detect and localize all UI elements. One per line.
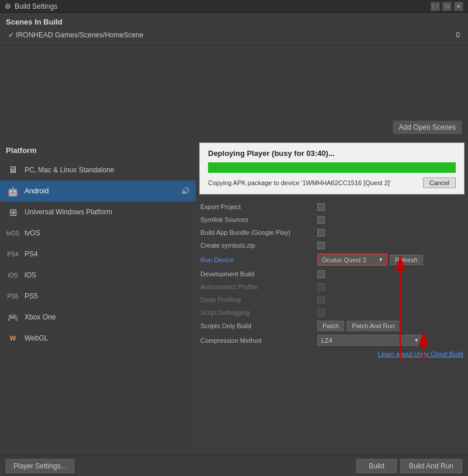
settings-rows: Export Project Symlink Sources Build App…: [196, 198, 468, 363]
script-debugging-label: Script Debugging: [200, 309, 317, 316]
webgl-icon: W: [6, 331, 20, 345]
uwp-icon: ⊞: [6, 205, 20, 219]
scripts-only-build-row: Scripts Only Build Patch Patch And Run: [200, 319, 463, 333]
run-device-control: Oculus Quest 2 ▾ Refresh: [317, 253, 463, 266]
add-open-scenes-button[interactable]: Add Open Scenes: [393, 120, 462, 134]
maximize-button[interactable]: □: [442, 2, 452, 11]
scripts-only-build-control: Patch Patch And Run: [317, 321, 463, 331]
title-bar-controls: ⋮⋮ □ ✕: [431, 2, 463, 11]
export-project-label: Export Project: [200, 203, 317, 210]
build-app-bundle-label: Build App Bundle (Google Play): [200, 229, 317, 236]
learn-link[interactable]: Learn about Unity Cloud Build: [378, 348, 463, 360]
deep-profiling-label: Deep Profiling: [200, 296, 317, 303]
sidebar-item-ps4[interactable]: PS4 PS4: [0, 244, 196, 265]
development-build-row: Development Build: [200, 267, 463, 280]
sidebar-item-tvos[interactable]: tvOS tvOS: [0, 223, 196, 244]
tvos-label: tvOS: [25, 229, 190, 237]
export-project-checkbox[interactable]: [317, 203, 325, 211]
run-device-row: Run Device Oculus Quest 2 ▾ Refresh: [200, 252, 463, 267]
autoconnect-profiler-control: [317, 283, 463, 291]
scripts-only-build-label: Scripts Only Build: [200, 322, 317, 329]
platform-sidebar: Platform 🖥 PC, Mac & Linux Standalone 🤖 …: [0, 139, 196, 459]
compression-method-control: LZ4 ▾: [317, 335, 463, 346]
sidebar-item-xbox[interactable]: 🎮 Xbox One: [0, 307, 196, 328]
xbox-label: Xbox One: [25, 313, 190, 321]
create-symbols-checkbox[interactable]: [317, 242, 325, 249]
create-symbols-control: [317, 242, 463, 249]
compression-chevron-icon: ▾: [415, 336, 418, 344]
script-debugging-checkbox[interactable]: [317, 309, 325, 317]
title-bar: ⚙ Build Settings ⋮⋮ □ ✕: [0, 0, 468, 13]
player-settings-button[interactable]: Player Settings...: [6, 459, 74, 473]
webgl-label: WebGL: [25, 334, 190, 342]
scene-name: ✓ IRONHEAD Games/Scenes/HomeScene: [8, 31, 143, 39]
sidebar-item-webgl[interactable]: W WebGL: [0, 328, 196, 349]
ios-label: iOS: [25, 271, 190, 279]
autoconnect-profiler-row: Autoconnect Profiler: [200, 280, 463, 293]
progress-bar-container: [208, 162, 456, 173]
deploying-title: Deploying Player (busy for 03:40)...: [208, 149, 456, 158]
menu-button[interactable]: ⋮⋮: [431, 2, 440, 11]
symlink-sources-checkbox[interactable]: [317, 216, 325, 224]
android-icon: 🤖: [6, 184, 20, 198]
close-button[interactable]: ✕: [454, 2, 463, 11]
create-symbols-row: Create symbols.zip: [200, 239, 463, 252]
android-label: Android: [25, 187, 176, 195]
build-app-bundle-control: [317, 229, 463, 237]
pc-icon: 🖥: [6, 163, 20, 177]
development-build-label: Development Build: [200, 270, 317, 277]
pc-label: PC, Mac & Linux Standalone: [25, 166, 190, 174]
tvos-icon: tvOS: [6, 226, 20, 240]
patch-button[interactable]: Patch: [317, 321, 344, 331]
scene-index: 0: [456, 31, 460, 39]
ps5-icon: PS5: [6, 289, 20, 303]
symlink-sources-control: [317, 216, 463, 224]
xbox-icon: 🎮: [6, 310, 20, 324]
window-title: Build Settings: [15, 2, 57, 11]
ps5-label: PS5: [25, 292, 190, 300]
development-build-control: [317, 270, 463, 278]
script-debugging-row: Script Debugging: [200, 306, 463, 319]
build-and-run-button[interactable]: Build And Run: [400, 459, 462, 473]
settings-panel: Deploying Player (busy for 03:40)... Cop…: [196, 139, 468, 459]
platform-title: Platform: [0, 144, 196, 159]
sidebar-item-pc[interactable]: 🖥 PC, Mac & Linux Standalone: [0, 159, 196, 180]
deploying-status-row: Copying APK package to device '1WMHHA62C…: [208, 178, 456, 188]
compression-method-value: LZ4: [321, 337, 332, 344]
cancel-button[interactable]: Cancel: [423, 178, 456, 188]
refresh-button[interactable]: Refresh: [390, 255, 423, 265]
development-build-checkbox[interactable]: [317, 270, 325, 278]
symlink-sources-row: Symlink Sources: [200, 213, 463, 226]
run-device-dropdown[interactable]: Oculus Quest 2 ▾: [317, 253, 387, 266]
sidebar-item-ios[interactable]: iOS iOS: [0, 265, 196, 286]
build-app-bundle-checkbox[interactable]: [317, 229, 325, 237]
add-scenes-bar: Add Open Scenes: [0, 46, 468, 139]
run-device-chevron-icon: ▾: [379, 256, 383, 263]
deploying-status-text: Copying APK package to device '1WMHHA62C…: [208, 179, 423, 186]
progress-bar-fill: [208, 162, 456, 173]
sidebar-item-android[interactable]: 🤖 Android 🔊: [0, 180, 196, 201]
scenes-section: Scenes In Build ✓ IRONHEAD Games/Scenes/…: [0, 13, 468, 46]
symlink-sources-label: Symlink Sources: [200, 216, 317, 223]
autoconnect-profiler-label: Autoconnect Profiler: [200, 283, 317, 290]
learn-link-row: Learn about Unity Cloud Build: [200, 348, 463, 360]
scenes-title: Scenes In Build: [6, 18, 462, 26]
build-settings-icon: ⚙: [5, 2, 11, 11]
deep-profiling-row: Deep Profiling: [200, 293, 463, 306]
sidebar-item-ps5[interactable]: PS5 PS5: [0, 286, 196, 307]
sidebar-item-uwp[interactable]: ⊞ Universal Windows Platform: [0, 201, 196, 223]
build-button[interactable]: Build: [356, 459, 397, 473]
deep-profiling-control: [317, 296, 463, 304]
ps4-label: PS4: [25, 250, 190, 258]
autoconnect-profiler-checkbox[interactable]: [317, 283, 325, 291]
deep-profiling-checkbox[interactable]: [317, 296, 325, 304]
ps4-icon: PS4: [6, 247, 20, 261]
compression-method-dropdown[interactable]: LZ4 ▾: [317, 335, 422, 346]
compression-method-row: Compression Method LZ4 ▾: [200, 333, 463, 348]
scene-item[interactable]: ✓ IRONHEAD Games/Scenes/HomeScene 0: [6, 30, 462, 40]
export-project-row: Export Project: [200, 200, 463, 213]
ios-icon: iOS: [6, 268, 20, 282]
patch-and-run-button[interactable]: Patch And Run: [346, 321, 400, 331]
bottom-right-buttons: Build Build And Run: [356, 459, 462, 473]
bottom-bar: Player Settings... Build Build And Run: [0, 456, 468, 476]
